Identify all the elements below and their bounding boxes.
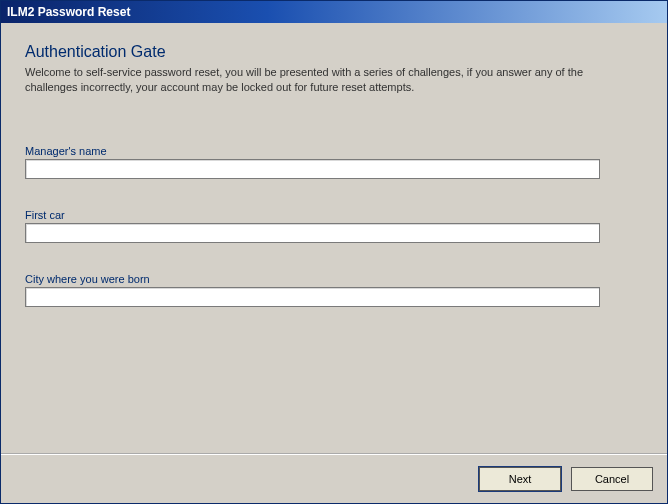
- content-area: Authentication Gate Welcome to self-serv…: [1, 23, 667, 453]
- field-label: City where you were born: [25, 273, 643, 285]
- button-bar: Next Cancel: [1, 453, 667, 503]
- next-button[interactable]: Next: [479, 467, 561, 491]
- window-title: ILM2 Password Reset: [7, 5, 130, 19]
- birth-city-input[interactable]: [25, 287, 600, 307]
- page-intro: Welcome to self-service password reset, …: [25, 65, 625, 95]
- field-first-car: First car: [25, 209, 643, 243]
- password-reset-window: ILM2 Password Reset Authentication Gate …: [0, 0, 668, 504]
- field-managers-name: Manager's name: [25, 145, 643, 179]
- field-birth-city: City where you were born: [25, 273, 643, 307]
- titlebar: ILM2 Password Reset: [1, 1, 667, 23]
- field-label: First car: [25, 209, 643, 221]
- field-label: Manager's name: [25, 145, 643, 157]
- first-car-input[interactable]: [25, 223, 600, 243]
- page-heading: Authentication Gate: [25, 43, 643, 61]
- managers-name-input[interactable]: [25, 159, 600, 179]
- cancel-button[interactable]: Cancel: [571, 467, 653, 491]
